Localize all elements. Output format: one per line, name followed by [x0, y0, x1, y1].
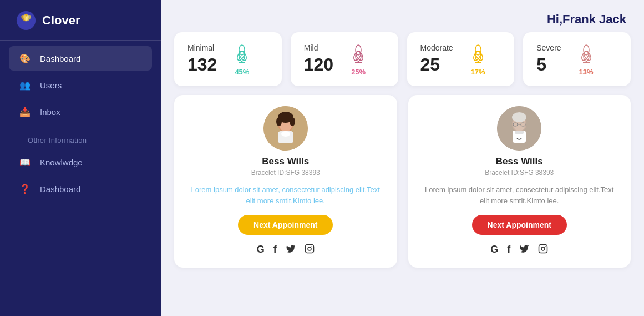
stat-info-mild: Mild 120 — [304, 43, 333, 75]
sidebar-item-users[interactable]: 👥 Users — [9, 73, 152, 97]
header: Hi,Frank Jack — [161, 0, 644, 32]
knowledge-icon: 📖 — [19, 156, 31, 168]
svg-point-44 — [512, 112, 526, 122]
sidebar-item-label-inbox: Inbox — [40, 107, 60, 117]
avatar-1 — [263, 106, 308, 151]
greeting-text: Hi,Frank Jack — [547, 12, 626, 27]
logo-area: Clover — [0, 10, 161, 41]
google-icon-1[interactable]: G — [257, 244, 265, 257]
svg-point-40 — [311, 246, 312, 247]
users-icon: 👥 — [19, 79, 31, 91]
svg-rect-38 — [305, 245, 313, 253]
lotus-icon-moderate — [466, 42, 490, 66]
sidebar-navigation: 🎨 Dashboard 👥 Users 📥 Inbox Other Inform… — [0, 46, 161, 201]
stat-card-mild: Mild 120 25% — [291, 32, 398, 86]
profile-name-1: Bess Wills — [262, 156, 309, 167]
stat-info-severe: Severe 5 — [536, 43, 561, 75]
social-icons-1: G f — [257, 244, 315, 257]
stat-label-mild: Mild — [304, 43, 333, 52]
appointment-btn-1[interactable]: Next Appoinment — [238, 215, 333, 235]
sidebar-item-inbox[interactable]: 📥 Inbox — [9, 99, 152, 124]
svg-point-52 — [545, 246, 546, 247]
stat-icon-minimal: 45% — [230, 42, 253, 76]
app-name: Clover — [42, 13, 80, 28]
instagram-icon-1[interactable] — [305, 244, 315, 257]
svg-point-37 — [290, 117, 295, 126]
stat-label-minimal: Minimal — [187, 43, 217, 52]
facebook-icon-2[interactable]: f — [507, 244, 510, 257]
stat-label-moderate: Moderate — [420, 43, 453, 52]
other-information-label: Other Information — [9, 126, 152, 148]
instagram-icon-2[interactable] — [538, 244, 548, 257]
twitter-icon-2[interactable] — [519, 244, 529, 257]
stat-card-minimal: Minimal 132 45% — [174, 32, 282, 86]
sidebar: Clover 🎨 Dashboard 👥 Users 📥 Inbox Other… — [0, 0, 161, 316]
lotus-icon-severe — [575, 42, 598, 66]
sidebar-item-knowledge[interactable]: 📖 Knowlwdge — [9, 150, 152, 174]
lotus-icon-mild — [347, 42, 370, 66]
stat-card-severe: Severe 5 13% — [523, 32, 631, 86]
stat-pct-moderate: 17% — [471, 68, 485, 76]
twitter-icon-1[interactable] — [286, 244, 296, 257]
profile-id-1: Bracelet ID:SFG 38393 — [251, 169, 320, 177]
sidebar-item-dashboard[interactable]: 🎨 Dashboard — [9, 46, 152, 71]
profile-desc-1: Lorem ipsum dolor sit amet, consectetur … — [190, 184, 382, 206]
stat-pct-mild: 25% — [351, 68, 366, 76]
stat-icon-mild: 25% — [347, 42, 370, 76]
svg-point-34 — [281, 131, 290, 137]
facebook-icon-1[interactable]: f — [273, 244, 277, 257]
stat-value-severe: 5 — [536, 54, 561, 75]
avatar-2 — [497, 106, 541, 151]
sidebar-item-dashboard2[interactable]: ❓ Dashboard — [9, 177, 152, 201]
stat-icon-moderate: 17% — [466, 42, 490, 76]
stat-value-moderate: 25 — [420, 54, 453, 75]
sidebar-item-label-knowledge: Knowlwdge — [40, 158, 83, 167]
stat-value-mild: 120 — [304, 54, 333, 75]
inbox-icon: 📥 — [19, 106, 31, 118]
logo-icon — [16, 10, 37, 31]
appointment-btn-2[interactable]: Next Appoinment — [472, 215, 567, 235]
svg-point-51 — [541, 247, 545, 250]
main-content: Hi,Frank Jack Minimal 132 — [161, 0, 644, 316]
dashboard-icon: 🎨 — [19, 52, 31, 64]
stat-pct-minimal: 45% — [235, 68, 249, 76]
stat-pct-severe: 13% — [579, 68, 594, 76]
profile-cards-row: Bess Wills Bracelet ID:SFG 38393 Lorem i… — [161, 95, 644, 277]
svg-rect-46 — [515, 131, 524, 134]
profile-card-2: Bess Wills Bracelet ID:SFG 38393 Lorem i… — [408, 95, 631, 268]
svg-point-39 — [308, 247, 311, 250]
stat-icon-severe: 13% — [575, 42, 598, 76]
profile-name-2: Bess Wills — [496, 156, 543, 167]
stat-value-minimal: 132 — [187, 54, 217, 75]
lotus-icon-minimal — [230, 42, 253, 66]
stat-info-moderate: Moderate 25 — [420, 43, 453, 75]
svg-point-36 — [276, 117, 282, 126]
stats-row: Minimal 132 45% — [161, 32, 644, 95]
profile-id-2: Bracelet ID:SFG 38393 — [485, 169, 554, 177]
help-icon: ❓ — [19, 183, 31, 195]
google-icon-2[interactable]: G — [490, 244, 498, 257]
profile-card-1: Bess Wills Bracelet ID:SFG 38393 Lorem i… — [174, 95, 397, 268]
stat-label-severe: Severe — [536, 43, 561, 52]
stat-card-moderate: Moderate 25 17% — [407, 32, 515, 86]
sidebar-item-label-dashboard: Dashboard — [40, 54, 80, 63]
svg-rect-50 — [539, 245, 547, 253]
profile-desc-2: Lorem ipsum dolor sit amet, consectetur … — [424, 184, 616, 206]
stat-info-minimal: Minimal 132 — [187, 43, 217, 75]
sidebar-item-label-users: Users — [40, 81, 62, 90]
social-icons-2: G f — [490, 244, 548, 257]
sidebar-item-label-dashboard2: Dashboard — [40, 184, 80, 194]
